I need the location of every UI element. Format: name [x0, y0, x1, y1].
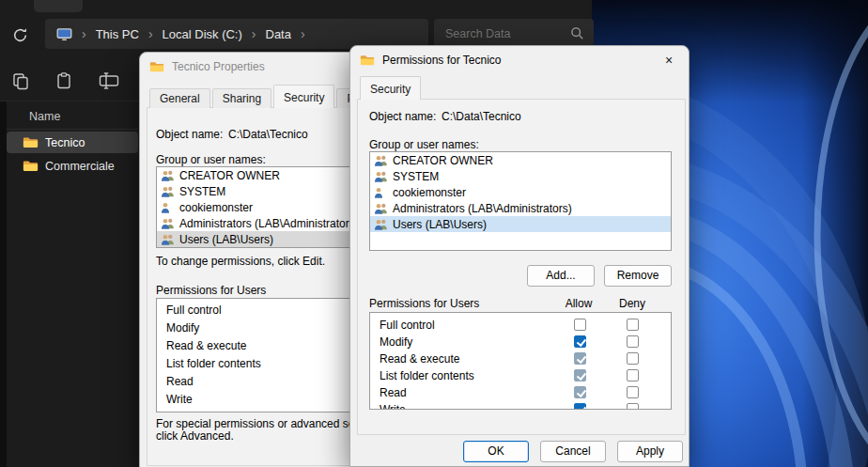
breadcrumb-item-this-pc[interactable]: This PC	[96, 27, 139, 41]
group-list-item[interactable]: cookiemonster	[370, 184, 671, 200]
tab-security[interactable]: Security	[273, 85, 334, 108]
permission-label: Write	[380, 401, 406, 410]
deny-checkbox[interactable]	[627, 319, 639, 331]
paste-button[interactable]	[53, 70, 75, 92]
advanced-hint-line2: click Advanced.	[156, 429, 234, 443]
tab-sharing[interactable]: Sharing	[212, 88, 271, 108]
permissions-label: Permissions for Users	[156, 284, 266, 297]
breadcrumb-chevron: ›	[148, 27, 153, 40]
allow-checkbox[interactable]	[574, 335, 586, 348]
group-list-label: Group or user names:	[369, 138, 479, 151]
refresh-button[interactable]	[9, 24, 30, 45]
group-icon	[161, 233, 175, 245]
group-item-label: Administrators (LAB\Administrators)	[179, 217, 359, 230]
breadcrumb-item-data[interactable]: Data	[266, 27, 291, 41]
search-icon	[570, 26, 584, 44]
breadcrumb-item-local-disk[interactable]: Local Disk (C:)	[163, 27, 242, 41]
group-item-label: CREATOR OWNER	[179, 169, 280, 182]
cancel-button[interactable]: Cancel	[540, 441, 606, 462]
permission-row: List folder contents	[370, 367, 671, 384]
tab-strip: Security	[360, 76, 423, 100]
permission-label: Read & execute	[380, 350, 459, 367]
deny-column-header: Deny	[613, 297, 651, 310]
group-item-label: SYSTEM	[179, 185, 225, 198]
remove-button[interactable]: Remove	[604, 265, 672, 287]
desktop: › This PC › Local Disk (C:) › Data ›	[0, 0, 868, 467]
group-list-item[interactable]: SYSTEM	[370, 168, 671, 184]
advanced-hint-line1: For special permissions or advanced sett…	[156, 417, 376, 430]
group-icon	[374, 154, 388, 166]
folder-icon	[23, 160, 39, 173]
file-row-commerciale[interactable]: Commerciale	[7, 155, 138, 177]
tab-general[interactable]: General	[149, 88, 210, 108]
group-item-label: cookiemonster	[179, 201, 253, 214]
this-pc-icon	[56, 27, 72, 41]
deny-checkbox[interactable]	[627, 352, 639, 365]
permission-label: Full control	[380, 317, 435, 334]
permission-row: Read	[370, 384, 671, 401]
apply-button[interactable]: Apply	[617, 441, 683, 462]
permission-label: List folder contents	[380, 367, 474, 384]
file-name-label: Tecnico	[45, 136, 85, 149]
rename-icon	[99, 71, 119, 90]
copy-button[interactable]	[9, 70, 32, 92]
allow-checkbox[interactable]	[574, 403, 586, 410]
breadcrumb-chevron: ›	[82, 27, 86, 40]
permission-row: Read & execute	[370, 350, 671, 367]
breadcrumb-chevron: ›	[301, 27, 305, 40]
close-icon: ×	[665, 53, 673, 68]
copy-icon	[11, 71, 30, 90]
column-header-name[interactable]: Name	[7, 101, 138, 130]
group-item-label: Administrators (LAB\Administrators)	[393, 202, 572, 215]
object-name-label: Object name:	[156, 128, 223, 141]
file-list: Name Tecnico Commerciale	[7, 101, 138, 177]
group-list-item[interactable]: Administrators (LAB\Administrators)	[370, 200, 671, 216]
deny-checkbox[interactable]	[627, 386, 639, 398]
permission-row: Full control	[370, 317, 671, 334]
allow-checkbox[interactable]	[574, 386, 586, 398]
allow-checkbox[interactable]	[574, 352, 586, 365]
refresh-icon	[12, 27, 28, 43]
allow-checkbox[interactable]	[574, 319, 586, 331]
deny-checkbox[interactable]	[627, 369, 639, 381]
dialog-title: Permissions for Tecnico	[382, 54, 502, 67]
group-list-label: Group or user names:	[156, 153, 266, 166]
group-icon	[161, 217, 175, 229]
file-row-tecnico[interactable]: Tecnico	[7, 132, 138, 153]
close-button[interactable]: ×	[649, 46, 689, 74]
user-icon	[374, 186, 388, 198]
deny-checkbox[interactable]	[627, 335, 639, 348]
paste-icon	[54, 71, 73, 90]
group-icon	[374, 218, 388, 230]
ok-button[interactable]: OK	[463, 441, 529, 462]
permissions-dialog: Permissions for Tecnico × Security Objec…	[349, 45, 690, 467]
folder-icon	[360, 54, 375, 67]
breadcrumb-chevron: ›	[252, 27, 256, 40]
group-icon	[161, 169, 175, 181]
group-icon	[374, 170, 388, 182]
deny-checkbox[interactable]	[627, 403, 639, 410]
group-icon	[374, 202, 388, 214]
window-edge	[0, 101, 7, 467]
permissions-list: Full control Modify Read & execute List …	[369, 312, 672, 410]
object-name-label: Object name:	[369, 110, 436, 123]
permission-row: Modify	[370, 334, 671, 350]
tab-security[interactable]: Security	[360, 76, 421, 100]
permissions-dialog-titlebar[interactable]: Permissions for Tecnico	[350, 46, 689, 74]
group-list-item[interactable]: Users (LAB\Users)	[370, 216, 671, 232]
group-icon	[161, 185, 175, 197]
rename-button[interactable]	[98, 70, 120, 92]
allow-checkbox[interactable]	[574, 369, 586, 381]
group-item-label: Users (LAB\Users)	[179, 233, 273, 246]
permission-label: Modify	[380, 334, 412, 350]
group-user-list: CREATOR OWNER SYSTEM cookiemonster Admin…	[369, 151, 672, 251]
group-item-label: SYSTEM	[393, 170, 439, 183]
object-name-value: C:\Data\Tecnico	[228, 128, 308, 141]
permission-row: Write	[370, 401, 671, 410]
allow-column-header: Allow	[560, 297, 597, 310]
group-item-label: Users (LAB\Users)	[393, 218, 487, 231]
dialog-title: Tecnico Properties	[172, 60, 265, 73]
add-button[interactable]: Add...	[527, 265, 595, 287]
group-list-item[interactable]: CREATOR OWNER	[370, 152, 671, 168]
explorer-tab[interactable]	[34, 0, 83, 12]
